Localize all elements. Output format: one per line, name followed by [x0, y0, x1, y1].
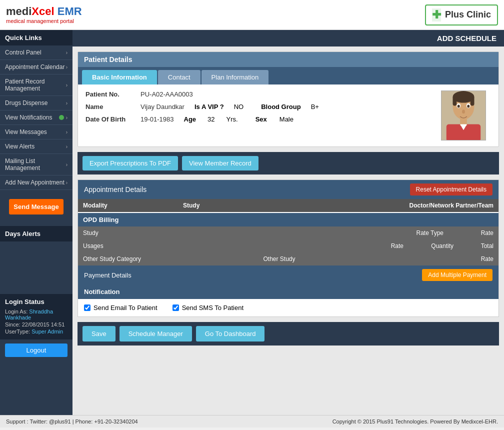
- tab-basic-info[interactable]: Basic Information: [82, 70, 157, 84]
- logo-subtitle: medical management portal: [6, 18, 82, 24]
- sidebar-item-drugs[interactable]: Drugs Dispense ›: [0, 96, 72, 110]
- logout-button[interactable]: Logout: [5, 344, 68, 357]
- bottom-bar: Save Schedule Manager Go To Dashboard: [78, 322, 499, 346]
- patient-photo: [441, 90, 491, 140]
- appointment-section: Appointment Details Reset Appointment De…: [78, 180, 499, 317]
- add-payment-button[interactable]: Add Multiple Payment: [422, 269, 492, 281]
- opd-billing-header: OPD Billing: [78, 213, 498, 226]
- sidebar-item-label: View Notifications: [5, 114, 52, 121]
- footer-right-prefix: Copyright © 2015: [332, 418, 377, 424]
- col-usages: Usages: [83, 242, 344, 250]
- save-button[interactable]: Save: [82, 326, 116, 342]
- sidebar-item-add-appointment[interactable]: Add New Appointment ›: [0, 176, 72, 190]
- login-as-label: Login As:: [5, 308, 28, 314]
- usages-header: Usages Rate Quantity Total: [78, 240, 498, 252]
- dob-row: Date Of Birth 19-01-1983 Age 32 Yrs. Sex…: [86, 116, 431, 123]
- study-header: Study Rate Type Rate: [78, 226, 498, 240]
- usertype-row: UserType: Super Admin: [5, 328, 68, 334]
- tab-contact[interactable]: Contact: [158, 70, 200, 84]
- reset-appointment-button[interactable]: Reset Appointment Details: [410, 184, 492, 196]
- send-message-button[interactable]: Send Message: [9, 199, 64, 214]
- sidebar-item-label: Patient Record Management: [5, 78, 66, 92]
- dob-value: 19-01-1983: [140, 116, 174, 123]
- sidebar-item-messages[interactable]: View Messages ›: [0, 125, 72, 140]
- notification-body: Send Email To Patient Send SMS To Patien…: [78, 299, 498, 316]
- patient-info: Patient No. PU-A02-AAA0003 Name Vijay Da…: [78, 84, 498, 146]
- quick-links-header: Quick Links: [0, 30, 72, 46]
- arrow-icon: ›: [66, 144, 68, 150]
- arrow-icon: ›: [66, 180, 68, 186]
- col-total: Total: [454, 242, 494, 250]
- tab-contact-label: Contact: [168, 74, 190, 81]
- sidebar-item-notifications[interactable]: View Notifications ›: [0, 110, 72, 125]
- sms-checkbox[interactable]: [172, 304, 179, 311]
- since-label: Since:: [5, 322, 20, 328]
- logo-medi: medi: [6, 5, 32, 18]
- arrow-icon: ›: [66, 115, 68, 120]
- since-row: Since: 22/08/2015 14:51: [5, 322, 68, 328]
- col-other-study: Other Study: [264, 256, 444, 262]
- since-value: 22/08/2015 14:51: [22, 322, 65, 328]
- sidebar-item-mailing[interactable]: Mailing List Management ›: [0, 154, 72, 176]
- col-study2: Study: [83, 230, 368, 236]
- age-sex-group: Age 32 Yrs. Sex Male: [184, 116, 294, 123]
- layout: Quick Links Control Panel › Appointment …: [0, 30, 504, 415]
- dob-label: Date Of Birth: [86, 116, 140, 123]
- days-alerts-header: Days Alerts: [0, 226, 72, 242]
- logo-xcel: Xcel: [32, 5, 54, 18]
- view-member-button[interactable]: View Member Record: [182, 156, 258, 170]
- email-label: Send Email To Patient: [94, 304, 158, 312]
- footer: Support : Twitter: @plus91 | Phone: +91-…: [0, 415, 504, 428]
- arrow-icon: ›: [66, 64, 68, 70]
- tab-plan-info[interactable]: Plan Information: [202, 70, 269, 84]
- sidebar-item-label: Control Panel: [5, 49, 42, 56]
- sidebar-item-alerts[interactable]: View Alerts ›: [0, 140, 72, 154]
- svg-rect-3: [452, 96, 456, 106]
- sidebar-item-label: View Alerts: [5, 143, 34, 150]
- age-label: Age: [184, 116, 196, 123]
- is-vip-value: NO: [234, 103, 244, 110]
- add-schedule-label: ADD SCHEDULE: [437, 34, 496, 42]
- usertype-label: UserType:: [5, 328, 30, 334]
- info-fields: Patient No. PU-A02-AAA0003 Name Vijay Da…: [86, 90, 431, 140]
- footer-left: Support : Twitter: @plus91 | Phone: +91-…: [6, 418, 138, 424]
- schedule-manager-button[interactable]: Schedule Manager: [120, 326, 192, 342]
- name-value: Vijay Daundkar: [140, 103, 184, 110]
- clinic-badge: ✚ Plus Clinic: [425, 4, 498, 26]
- footer-right: Copyright © 2015 Plus91 Technologies. Po…: [332, 418, 498, 424]
- arrow-icon: ›: [66, 162, 68, 168]
- payment-header: Payment Details Add Multiple Payment: [78, 266, 498, 284]
- vip-blood-group: Is A VIP ? NO Blood Group B+: [194, 103, 319, 110]
- login-status: Login Status Login As: Shraddha Wankhade…: [0, 294, 72, 340]
- sidebar-item-appointment[interactable]: Appointment Calendar ›: [0, 60, 72, 74]
- footer-right-bold: Plus91 Technologies.: [376, 418, 428, 424]
- notification-badge: [59, 115, 64, 120]
- arrow-icon: ›: [66, 82, 68, 88]
- col-study: Study: [183, 202, 368, 209]
- patient-no-value: PU-A02-AAA0003: [140, 90, 193, 98]
- col-quantity: Quantity: [404, 242, 454, 250]
- sidebar-item-control-panel[interactable]: Control Panel ›: [0, 46, 72, 60]
- svg-rect-4: [470, 96, 474, 106]
- header: mediXcel EMR medical management portal ✚…: [0, 0, 504, 30]
- usertype-value: Super Admin: [32, 328, 63, 334]
- action-row: Export Prescriptions To PDF View Member …: [78, 152, 499, 174]
- col-rate: Rate: [444, 230, 494, 236]
- sidebar-item-label: Appointment Calendar: [5, 64, 64, 70]
- main-content: ADD SCHEDULE Patient Details Basic Infor…: [72, 30, 504, 415]
- go-to-dashboard-button[interactable]: Go To Dashboard: [196, 326, 265, 342]
- arrow-icon: ›: [66, 130, 68, 135]
- clinic-icon: ✚: [432, 8, 441, 22]
- patient-no-row: Patient No. PU-A02-AAA0003: [86, 90, 431, 98]
- email-checkbox[interactable]: [84, 304, 90, 311]
- clinic-name: Plus Clinic: [445, 10, 491, 20]
- logo-title: mediXcel EMR: [6, 5, 82, 18]
- login-as-row: Login As: Shraddha Wankhade: [5, 308, 68, 320]
- arrow-icon: ›: [66, 50, 68, 56]
- export-pdf-button[interactable]: Export Prescriptions To PDF: [82, 156, 178, 170]
- email-checkbox-group: Send Email To Patient: [84, 304, 158, 312]
- sidebar-item-patient-record[interactable]: Patient Record Management ›: [0, 74, 72, 96]
- sex-value: Male: [280, 116, 294, 123]
- col-doctor: Doctor/Network Partner/Team: [368, 202, 494, 209]
- appointment-title: Appointment Details: [84, 186, 146, 194]
